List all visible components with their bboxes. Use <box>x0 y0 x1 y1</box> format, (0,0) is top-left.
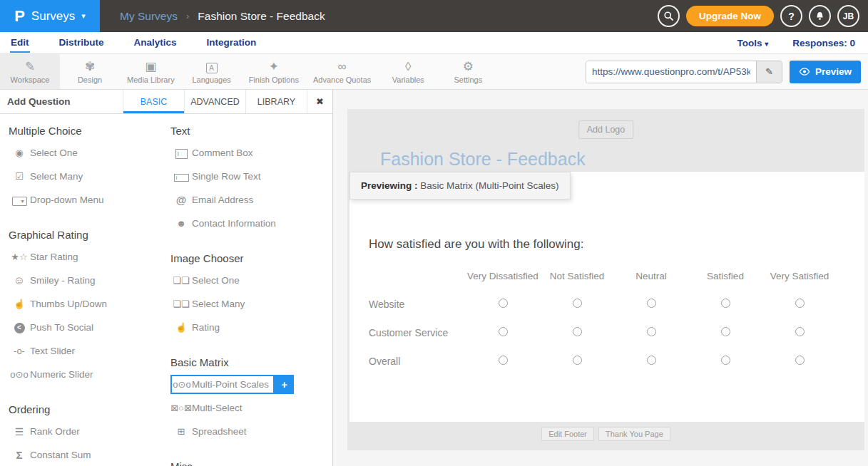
question-text: How satisfied are you with the following… <box>369 237 845 252</box>
radio-option[interactable] <box>573 299 582 308</box>
tool-languages[interactable]: ALanguages <box>182 54 242 89</box>
section-text: TextIComment BoxISingle Row Text@Email A… <box>170 125 332 235</box>
tool-settings[interactable]: ⚙Settings <box>438 54 498 89</box>
question-type-text-slider[interactable]: -o-Text Slider <box>9 339 170 363</box>
question-type-multi-select[interactable]: ⊠○⊠Multi-Select <box>170 396 332 420</box>
tool-design[interactable]: ✾Design <box>60 54 120 89</box>
url-group: ✎ Preview <box>586 54 868 89</box>
radio-stack-icon: ◉ <box>9 147 30 158</box>
question-type-select-one[interactable]: ◉Select One <box>9 141 170 165</box>
app-switcher[interactable]: P Surveys ▾ <box>0 0 100 32</box>
question-type-drop-down-menu[interactable]: ▾Drop-down Menu <box>9 188 170 212</box>
radio-option[interactable] <box>795 356 805 365</box>
question-type-select-one[interactable]: ❏❏Select One <box>170 269 332 292</box>
section-ordering: Ordering☰Rank OrderΣConstant Sum⊡Drag an… <box>9 403 170 466</box>
add-logo-button[interactable]: Add Logo <box>578 120 634 139</box>
tab-library[interactable]: LIBRARY <box>245 90 307 113</box>
workspace-icon: ✎ <box>25 60 35 74</box>
matrix-cell <box>466 319 540 347</box>
primary-nav-items: EditDistributeAnalyticsIntegration <box>10 33 257 53</box>
question-type-smiley-rating[interactable]: ☺Smiley - Rating <box>9 269 170 292</box>
upgrade-now-button[interactable]: Upgrade Now <box>686 6 774 26</box>
question-type-constant-sum[interactable]: ΣConstant Sum <box>9 443 170 466</box>
question-type-contact-information[interactable]: ☻Contact Information <box>170 212 332 235</box>
tool-workspace[interactable]: ✎Workspace <box>0 54 60 89</box>
tool-label: Variables <box>392 76 424 84</box>
add-question-button[interactable]: + <box>275 375 294 394</box>
question-type-label: Star Rating <box>30 252 78 262</box>
questionpro-logo-icon: P <box>14 9 25 24</box>
matrix-question: How satisfied are you with the following… <box>349 172 864 376</box>
previewing-value: Basic Matrix (Multi-Point Scales) <box>418 180 559 191</box>
search-button[interactable] <box>658 5 680 27</box>
radio-option[interactable] <box>499 356 508 365</box>
tool-finish-options[interactable]: ✦Finish Options <box>242 54 306 89</box>
notifications-button[interactable] <box>809 5 831 27</box>
section-basic-matrix: Basic Matrixo⊙oMulti-Point Scales+⊠○⊠Mul… <box>170 356 332 443</box>
question-type-comment-box[interactable]: IComment Box <box>170 141 332 165</box>
question-type-numeric-slider[interactable]: o⊙oNumeric Slider <box>9 363 170 386</box>
tool-label: Settings <box>454 76 482 84</box>
radio-option[interactable] <box>795 327 805 336</box>
question-type-label: Constant Sum <box>30 450 91 460</box>
section-image-chooser: Image Chooser❏❏Select One❏❏Select Many☝R… <box>170 252 332 339</box>
close-panel-button[interactable]: ✖ <box>307 90 332 113</box>
section-title: Basic Matrix <box>170 356 332 368</box>
help-button[interactable]: ? <box>780 5 802 27</box>
radio-option[interactable] <box>573 356 582 365</box>
radio-option[interactable] <box>647 356 656 365</box>
question-type-rating[interactable]: ☝Rating <box>170 316 332 339</box>
question-type-label: Select Many <box>30 171 83 182</box>
tool-media-library[interactable]: ▣Media Library <box>120 54 182 89</box>
question-type-spreadsheet[interactable]: ⊞Spreadsheet <box>170 420 332 443</box>
edit-footer-button[interactable]: Edit Footer <box>541 427 594 441</box>
question-type-label: Select One <box>30 147 78 158</box>
tool-variables[interactable]: ◊Variables <box>378 54 438 89</box>
radio-option[interactable] <box>499 327 508 336</box>
radio-option[interactable] <box>499 299 508 308</box>
question-type-thumbs-up-down[interactable]: ☝Thumbs Up/Down <box>9 292 170 316</box>
question-type-rank-order[interactable]: ☰Rank Order <box>9 420 170 443</box>
nav-tab-edit[interactable]: Edit <box>10 33 30 53</box>
radio-option[interactable] <box>721 299 730 308</box>
question-type-single-row-text[interactable]: ISingle Row Text <box>170 165 332 188</box>
account-avatar[interactable]: JB <box>837 5 859 27</box>
matrix-row-label: Website <box>369 290 466 319</box>
responses-count[interactable]: Responses: 0 <box>792 38 855 48</box>
question-type-star-rating[interactable]: ★☆Star Rating <box>9 245 170 269</box>
tab-advanced[interactable]: ADVANCED <box>184 90 245 113</box>
nav-right-cluster: Tools ▾ Responses: 0 <box>737 38 858 48</box>
radio-option[interactable] <box>721 356 730 365</box>
breadcrumb-my-surveys[interactable]: My Surveys <box>120 10 178 23</box>
at-icon: @ <box>170 194 192 206</box>
thank-you-page-button[interactable]: Thank You Page <box>598 427 670 441</box>
question-type-column-1: Multiple Choice◉Select One☑Select Many▾D… <box>9 114 170 466</box>
radio-option[interactable] <box>573 327 582 336</box>
edit-url-button[interactable]: ✎ <box>756 61 782 83</box>
nav-tab-integration[interactable]: Integration <box>206 33 257 53</box>
tool-advance-quotas[interactable]: ∞Advance Quotas <box>306 54 378 89</box>
radio-option[interactable] <box>795 299 805 308</box>
top-bar: P Surveys ▾ My Surveys › Fashion Store -… <box>0 0 868 32</box>
tools-dropdown[interactable]: Tools ▾ <box>737 38 768 48</box>
question-type-email-address[interactable]: @Email Address <box>170 188 332 212</box>
breadcrumb-separator-icon: › <box>186 11 189 21</box>
toolbar-tools: ✎Workspace✾Design▣Media LibraryALanguage… <box>0 54 498 89</box>
nav-tab-distribute[interactable]: Distribute <box>58 33 105 53</box>
preview-button[interactable]: Preview <box>790 61 861 83</box>
survey-url-input[interactable] <box>586 61 756 83</box>
selected-question-box[interactable]: o⊙oMulti-Point Scales <box>170 375 275 394</box>
question-type-label: Drop-down Menu <box>30 195 104 205</box>
question-type-push-to-social[interactable]: <Push To Social <box>9 316 170 339</box>
radio-option[interactable] <box>647 299 656 308</box>
radio-option[interactable] <box>721 327 730 336</box>
tab-basic[interactable]: BASIC <box>123 90 184 113</box>
finish-options-icon: ✦ <box>269 60 279 74</box>
tool-label: Workspace <box>11 76 50 84</box>
tool-label: Languages <box>192 76 230 84</box>
question-type-select-many[interactable]: ☑Select Many <box>9 165 170 188</box>
radio-option[interactable] <box>647 327 656 336</box>
question-type-select-many[interactable]: ❏❏Select Many <box>170 292 332 316</box>
question-type-multi-point-scales[interactable]: o⊙oMulti-Point Scales+ <box>170 373 332 396</box>
nav-tab-analytics[interactable]: Analytics <box>133 33 178 53</box>
